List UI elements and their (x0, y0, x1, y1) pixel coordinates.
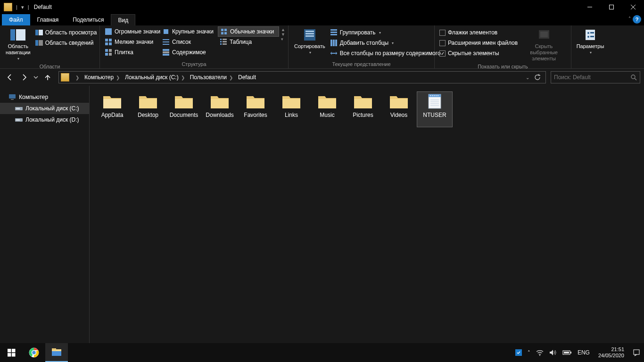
file-item[interactable]: Pictures (345, 91, 381, 127)
chevron-right-icon[interactable]: ❯ (179, 75, 187, 80)
layout-medium-button[interactable]: Обычные значки (218, 26, 279, 37)
up-button[interactable] (41, 71, 54, 83)
svg-rect-32 (220, 41, 222, 42)
add-columns-button[interactable]: Добавить столбцы▾ (328, 38, 443, 48)
list-icon (162, 38, 170, 46)
volume-icon[interactable] (549, 349, 557, 356)
clock[interactable]: 21:51 24/05/2020 (595, 346, 627, 359)
group-by-button[interactable]: Группировать▾ (328, 27, 443, 38)
address-bar[interactable]: ❯ Компьютер❯ Локальный диск (C:)❯ Пользо… (58, 71, 546, 83)
size-columns-button[interactable]: Все столбцы по размеру содержимого (328, 48, 443, 58)
ribbon-group-label: Области (3, 63, 97, 71)
svg-rect-51 (590, 32, 594, 33)
file-item[interactable]: AppData (94, 91, 130, 127)
tab-home[interactable]: Главная (30, 14, 66, 25)
layout-details-button[interactable]: Таблица (218, 37, 279, 47)
preview-pane-button[interactable]: Область просмотра (33, 27, 99, 38)
chevron-right-icon[interactable]: ❯ (114, 75, 122, 80)
search-box[interactable] (551, 71, 640, 83)
chevron-right-icon[interactable]: ❯ (227, 75, 235, 80)
breadcrumb-item[interactable]: Компьютер❯ (83, 74, 123, 81)
sort-button[interactable]: Сортировать▾ (291, 26, 328, 57)
notifications-icon[interactable] (633, 349, 640, 356)
breadcrumb-item[interactable]: Локальный диск (C:)❯ (124, 74, 188, 81)
tree-node-computer[interactable]: Компьютер (0, 91, 89, 103)
file-item[interactable]: Links (273, 91, 309, 127)
details-pane-button[interactable]: Область сведений (33, 38, 99, 48)
taskbar-chrome[interactable] (23, 343, 45, 362)
folder-icon (102, 93, 122, 110)
close-button[interactable] (622, 0, 644, 14)
content-icon (162, 49, 170, 56)
layout-xlarge-button[interactable]: Огромные значки (103, 26, 160, 37)
tray-security-icon[interactable] (515, 349, 522, 356)
back-button[interactable] (4, 71, 16, 83)
tab-share[interactable]: Поделиться (66, 14, 111, 25)
svg-rect-35 (223, 43, 227, 45)
checkbox-extensions[interactable]: Расширения имен файлов (438, 38, 520, 48)
file-item[interactable]: Music (309, 91, 345, 127)
layout-list-button[interactable]: Список (160, 37, 218, 47)
svg-rect-58 (11, 99, 14, 100)
svg-rect-84 (52, 351, 61, 356)
file-item[interactable]: NTUSER (417, 91, 453, 127)
qat-dropdown-icon[interactable]: ▾ (20, 4, 25, 10)
tray-overflow-icon[interactable]: ˄ (528, 350, 530, 356)
file-item[interactable]: Desktop (130, 91, 166, 127)
layout-small-button[interactable]: Мелкие значки (103, 37, 160, 47)
folder-icon (61, 73, 69, 82)
ribbon-tabs: Файл Главная Поделиться Вид ˄ ? (0, 14, 644, 25)
language-indicator[interactable]: ENG (578, 349, 590, 356)
qat-sep-icon: | (15, 4, 18, 10)
layout-scroll-icon[interactable]: ▲▼▾ (279, 26, 285, 42)
forward-button[interactable] (18, 71, 30, 83)
checkbox-hidden[interactable]: Скрытые элементы (438, 48, 520, 58)
tab-file[interactable]: Файл (2, 14, 30, 25)
svg-rect-37 (305, 31, 314, 32)
size-columns-icon (330, 49, 338, 57)
svg-rect-27 (224, 29, 227, 31)
svg-rect-10 (105, 28, 112, 35)
folder-icon (389, 93, 409, 110)
options-button[interactable]: Параметры▾ (574, 26, 607, 57)
chevron-right-icon[interactable]: ❯ (73, 75, 82, 80)
svg-rect-62 (16, 119, 20, 121)
layout-tiles-button[interactable]: Плитка (103, 47, 160, 58)
folder-icon (4, 3, 12, 11)
file-item-label: AppData (101, 112, 124, 118)
breadcrumb-item[interactable]: Пользователи❯ (189, 74, 236, 81)
recent-locations-button[interactable] (32, 71, 40, 83)
file-item[interactable]: Downloads (202, 91, 238, 127)
file-item[interactable]: Videos (381, 91, 417, 127)
qat-sep-icon: | (27, 4, 30, 10)
tree-node-drive-d[interactable]: Локальный диск (D:) (0, 114, 89, 125)
navigation-pane-button[interactable]: Область навигации▾ (3, 26, 33, 63)
layout-large-button[interactable]: Крупные значки (160, 26, 218, 37)
maximize-button[interactable] (601, 0, 622, 14)
navigation-pane-icon (10, 27, 25, 42)
address-dropdown-icon[interactable]: ⌄ (526, 75, 529, 80)
layout-content-button[interactable]: Содержимое (160, 47, 218, 58)
file-item[interactable]: Documents (166, 91, 202, 127)
refresh-button[interactable] (534, 74, 541, 81)
minimize-button[interactable] (579, 0, 601, 14)
file-list[interactable]: AppDataDesktopDocumentsDownloadsFavorite… (90, 86, 644, 343)
file-item[interactable]: Favorites (238, 91, 273, 127)
ribbon-collapse-icon[interactable]: ˄ (628, 16, 631, 21)
taskbar-explorer[interactable] (45, 343, 68, 362)
breadcrumb-item[interactable]: Default (237, 74, 257, 81)
hide-selected-button[interactable]: Скрыть выбранные элементы (520, 26, 568, 63)
search-input[interactable] (554, 74, 630, 81)
tree-node-drive-c[interactable]: Локальный диск (C:) (0, 103, 89, 114)
svg-rect-44 (333, 40, 335, 46)
checkbox-item-boxes[interactable]: Флажки элементов (438, 27, 520, 38)
folder-icon (138, 93, 158, 110)
svg-rect-53 (590, 36, 594, 37)
battery-icon[interactable] (562, 350, 572, 355)
wifi-icon[interactable] (536, 349, 544, 356)
help-button[interactable]: ? (633, 15, 641, 24)
computer-icon (8, 93, 16, 101)
quick-access-toolbar: | ▾ | (15, 4, 30, 10)
tab-view[interactable]: Вид (111, 14, 135, 25)
start-button[interactable] (0, 343, 23, 362)
